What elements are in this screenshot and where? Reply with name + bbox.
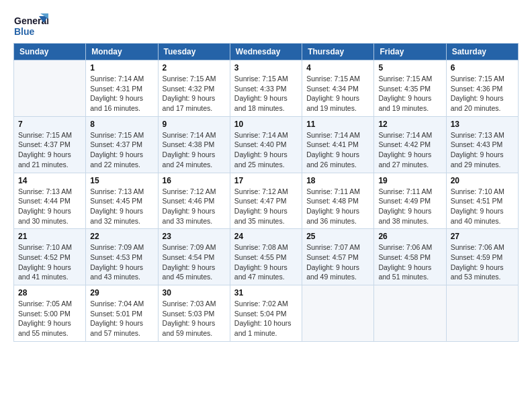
calendar-cell: 9Sunrise: 7:14 AMSunset: 4:38 PMDaylight…	[158, 116, 230, 173]
calendar-cell: 29Sunrise: 7:04 AMSunset: 5:01 PMDayligh…	[86, 285, 158, 342]
day-info: Sunrise: 7:12 AMSunset: 4:47 PMDaylight:…	[234, 187, 298, 226]
day-number: 16	[163, 176, 226, 185]
day-number: 28	[18, 288, 81, 298]
day-number: 9	[163, 120, 226, 129]
day-info: Sunrise: 7:14 AMSunset: 4:40 PMDaylight:…	[234, 130, 298, 170]
day-info: Sunrise: 7:10 AMSunset: 4:52 PMDaylight:…	[18, 242, 81, 282]
day-info: Sunrise: 7:12 AMSunset: 4:46 PMDaylight:…	[163, 187, 226, 226]
calendar-cell: 2Sunrise: 7:15 AMSunset: 4:32 PMDaylight…	[158, 60, 230, 117]
calendar-cell	[302, 285, 374, 342]
logo: General Blue	[13, 11, 48, 39]
calendar-cell: 23Sunrise: 7:09 AMSunset: 4:54 PMDayligh…	[158, 229, 230, 285]
calendar-cell: 4Sunrise: 7:15 AMSunset: 4:34 PMDaylight…	[302, 60, 374, 117]
day-number: 2	[163, 63, 226, 73]
day-number: 20	[451, 176, 514, 185]
day-number: 17	[234, 176, 298, 185]
calendar-cell: 17Sunrise: 7:12 AMSunset: 4:47 PMDayligh…	[230, 173, 302, 229]
calendar-cell: 24Sunrise: 7:08 AMSunset: 4:55 PMDayligh…	[230, 229, 302, 285]
day-of-week-header: Sunday	[14, 44, 86, 60]
day-number: 13	[451, 120, 514, 129]
day-info: Sunrise: 7:13 AMSunset: 4:43 PMDaylight:…	[451, 130, 514, 170]
calendar-cell: 5Sunrise: 7:15 AMSunset: 4:35 PMDaylight…	[374, 60, 446, 117]
day-info: Sunrise: 7:14 AMSunset: 4:38 PMDaylight:…	[163, 130, 226, 170]
day-info: Sunrise: 7:10 AMSunset: 4:51 PMDaylight:…	[451, 187, 514, 226]
day-number: 1	[90, 63, 153, 73]
svg-text:Blue: Blue	[14, 26, 35, 37]
calendar-cell: 20Sunrise: 7:10 AMSunset: 4:51 PMDayligh…	[446, 173, 518, 229]
day-info: Sunrise: 7:15 AMSunset: 4:36 PMDaylight:…	[451, 74, 514, 113]
calendar-cell: 11Sunrise: 7:14 AMSunset: 4:41 PMDayligh…	[302, 116, 374, 173]
day-info: Sunrise: 7:05 AMSunset: 5:00 PMDaylight:…	[18, 299, 81, 338]
day-info: Sunrise: 7:04 AMSunset: 5:01 PMDaylight:…	[90, 299, 153, 338]
day-info: Sunrise: 7:15 AMSunset: 4:34 PMDaylight:…	[306, 74, 369, 113]
day-number: 5	[378, 63, 441, 73]
day-number: 22	[90, 232, 153, 241]
calendar-cell: 14Sunrise: 7:13 AMSunset: 4:44 PMDayligh…	[14, 173, 86, 229]
calendar-cell: 13Sunrise: 7:13 AMSunset: 4:43 PMDayligh…	[446, 116, 518, 173]
calendar-cell	[14, 60, 86, 117]
calendar-cell: 10Sunrise: 7:14 AMSunset: 4:40 PMDayligh…	[230, 116, 302, 173]
day-number: 6	[451, 63, 514, 73]
calendar-cell: 8Sunrise: 7:15 AMSunset: 4:37 PMDaylight…	[86, 116, 158, 173]
day-number: 4	[306, 63, 369, 73]
calendar-cell: 18Sunrise: 7:11 AMSunset: 4:48 PMDayligh…	[302, 173, 374, 229]
calendar-cell: 7Sunrise: 7:15 AMSunset: 4:37 PMDaylight…	[14, 116, 86, 173]
day-info: Sunrise: 7:13 AMSunset: 4:45 PMDaylight:…	[90, 187, 153, 226]
day-info: Sunrise: 7:15 AMSunset: 4:35 PMDaylight:…	[378, 74, 441, 113]
day-number: 27	[451, 232, 514, 241]
day-number: 14	[18, 176, 81, 185]
day-number: 19	[378, 176, 441, 185]
day-number: 25	[306, 232, 369, 241]
day-info: Sunrise: 7:09 AMSunset: 4:53 PMDaylight:…	[90, 242, 153, 282]
day-info: Sunrise: 7:11 AMSunset: 4:49 PMDaylight:…	[378, 187, 441, 226]
day-number: 21	[18, 232, 81, 241]
day-number: 24	[234, 232, 298, 241]
calendar-cell: 12Sunrise: 7:14 AMSunset: 4:42 PMDayligh…	[374, 116, 446, 173]
day-number: 11	[306, 120, 369, 129]
calendar-cell: 28Sunrise: 7:05 AMSunset: 5:00 PMDayligh…	[14, 285, 86, 342]
calendar-cell: 19Sunrise: 7:11 AMSunset: 4:49 PMDayligh…	[374, 173, 446, 229]
day-info: Sunrise: 7:15 AMSunset: 4:32 PMDaylight:…	[163, 74, 226, 113]
day-info: Sunrise: 7:15 AMSunset: 4:33 PMDaylight:…	[234, 74, 298, 113]
day-number: 15	[90, 176, 153, 185]
day-number: 12	[378, 120, 441, 129]
day-info: Sunrise: 7:08 AMSunset: 4:55 PMDaylight:…	[234, 242, 298, 282]
calendar-cell: 25Sunrise: 7:07 AMSunset: 4:57 PMDayligh…	[302, 229, 374, 285]
day-of-week-header: Wednesday	[230, 44, 302, 60]
calendar-cell: 6Sunrise: 7:15 AMSunset: 4:36 PMDaylight…	[446, 60, 518, 117]
day-info: Sunrise: 7:14 AMSunset: 4:42 PMDaylight:…	[378, 130, 441, 170]
day-info: Sunrise: 7:11 AMSunset: 4:48 PMDaylight:…	[306, 187, 369, 226]
calendar-cell: 15Sunrise: 7:13 AMSunset: 4:45 PMDayligh…	[86, 173, 158, 229]
day-info: Sunrise: 7:09 AMSunset: 4:54 PMDaylight:…	[163, 242, 226, 282]
day-info: Sunrise: 7:06 AMSunset: 4:58 PMDaylight:…	[378, 242, 441, 282]
day-number: 23	[163, 232, 226, 241]
day-info: Sunrise: 7:07 AMSunset: 4:57 PMDaylight:…	[306, 242, 369, 282]
day-number: 8	[90, 120, 153, 129]
day-info: Sunrise: 7:06 AMSunset: 4:59 PMDaylight:…	[451, 242, 514, 282]
calendar-cell	[446, 285, 518, 342]
day-number: 10	[234, 120, 298, 129]
day-info: Sunrise: 7:14 AMSunset: 4:41 PMDaylight:…	[306, 130, 369, 170]
day-number: 7	[18, 120, 81, 129]
day-of-week-header: Friday	[374, 44, 446, 60]
calendar-cell: 1Sunrise: 7:14 AMSunset: 4:31 PMDaylight…	[86, 60, 158, 117]
day-of-week-header: Monday	[86, 44, 158, 60]
day-of-week-header: Thursday	[302, 44, 374, 60]
calendar-cell: 31Sunrise: 7:02 AMSunset: 5:04 PMDayligh…	[230, 285, 302, 342]
calendar-cell: 16Sunrise: 7:12 AMSunset: 4:46 PMDayligh…	[158, 173, 230, 229]
day-number: 26	[378, 232, 441, 241]
calendar-table: SundayMondayTuesdayWednesdayThursdayFrid…	[13, 43, 519, 342]
calendar-cell: 30Sunrise: 7:03 AMSunset: 5:03 PMDayligh…	[158, 285, 230, 342]
day-of-week-header: Tuesday	[158, 44, 230, 60]
day-info: Sunrise: 7:14 AMSunset: 4:31 PMDaylight:…	[90, 74, 153, 113]
calendar-cell: 21Sunrise: 7:10 AMSunset: 4:52 PMDayligh…	[14, 229, 86, 285]
day-info: Sunrise: 7:02 AMSunset: 5:04 PMDaylight:…	[234, 299, 298, 338]
day-of-week-header: Saturday	[446, 44, 518, 60]
day-info: Sunrise: 7:03 AMSunset: 5:03 PMDaylight:…	[163, 299, 226, 338]
day-number: 18	[306, 176, 369, 185]
calendar-cell	[374, 285, 446, 342]
calendar-cell: 3Sunrise: 7:15 AMSunset: 4:33 PMDaylight…	[230, 60, 302, 117]
day-info: Sunrise: 7:15 AMSunset: 4:37 PMDaylight:…	[90, 130, 153, 170]
calendar-cell: 27Sunrise: 7:06 AMSunset: 4:59 PMDayligh…	[446, 229, 518, 285]
day-number: 3	[234, 63, 298, 73]
